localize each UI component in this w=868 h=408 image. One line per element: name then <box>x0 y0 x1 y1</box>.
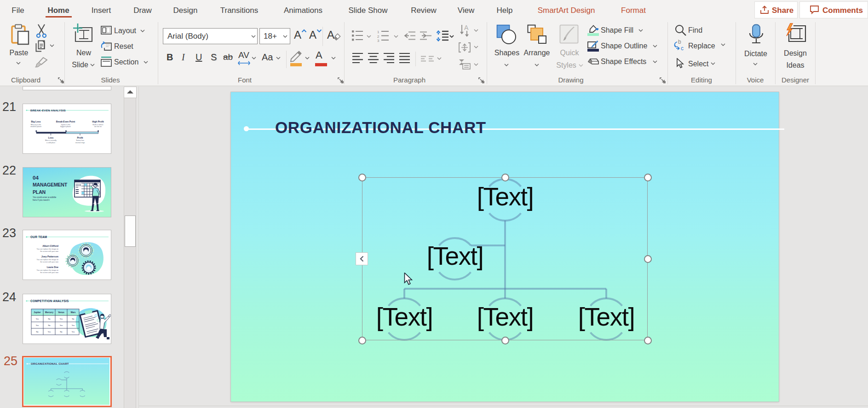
svg-text:2: 2 <box>377 35 379 39</box>
svg-text:here if you need it: here if you need it <box>33 199 50 201</box>
svg-text:Venus: Venus <box>58 311 64 314</box>
svg-text:several rings: several rings <box>75 142 85 144</box>
svg-text:3: 3 <box>377 39 379 42</box>
svg-text:Jupiter: Jupiter <box>34 311 41 314</box>
svg-text:b: b <box>678 39 681 45</box>
svg-text:04: 04 <box>33 175 39 181</box>
svg-text:biggest planet: biggest planet <box>60 126 70 128</box>
svg-text:Yes: Yes <box>36 318 39 320</box>
svg-text:we live on: we live on <box>94 126 102 128</box>
svg-text:PLAN: PLAN <box>33 189 46 195</box>
svg-text:No: No <box>36 331 39 333</box>
svg-text:Jupiter is the: Jupiter is the <box>61 124 70 126</box>
svg-text:No: No <box>48 318 51 320</box>
svg-text:Yes: Yes <box>60 318 63 320</box>
svg-text:A: A <box>464 24 469 31</box>
svg-text:Mercury: Mercury <box>45 311 53 314</box>
svg-text:BREAK-EVEN ANALYSIS: BREAK-EVEN ANALYSIS <box>30 109 66 112</box>
svg-text:the screen with your own: the screen with your own <box>40 272 58 274</box>
svg-text:High Profit: High Profit <box>92 120 104 123</box>
svg-text:Mercury is the: Mercury is the <box>31 124 41 126</box>
svg-text:Yes: Yes <box>72 331 75 333</box>
svg-text:ORGANIZATIONAL CHART: ORGANIZATIONAL CHART <box>31 362 69 365</box>
svg-text:Yes: Yes <box>36 324 39 326</box>
svg-text:You can replace the image on: You can replace the image on <box>37 259 58 261</box>
svg-text:the screen with your own: the screen with your own <box>40 251 58 252</box>
svg-text:Albert Clifford: Albert Clifford <box>42 245 58 247</box>
svg-text:Loss: Loss <box>48 136 54 139</box>
svg-text:Yes: Yes <box>60 324 63 326</box>
svg-text:Mars: Mars <box>71 311 76 314</box>
svg-text:smallest planet: smallest planet <box>30 126 41 128</box>
svg-text:1: 1 <box>377 30 379 34</box>
svg-text:No: No <box>48 324 51 326</box>
svg-text:Yes: Yes <box>48 331 51 333</box>
svg-text:the screen with your own: the screen with your own <box>40 261 58 263</box>
svg-text:OUR TEAM: OUR TEAM <box>30 235 47 239</box>
svg-text:Joey Patterson: Joey Patterson <box>41 255 58 258</box>
svg-text:Break-Even Point: Break-Even Point <box>56 120 75 123</box>
svg-text:You could enter a subtitle: You could enter a subtitle <box>33 196 57 198</box>
svg-text:You can replace the image on: You can replace the image on <box>37 248 58 250</box>
svg-text:Earth is where: Earth is where <box>93 124 103 126</box>
svg-text:a cold place: a cold place <box>46 142 55 144</box>
svg-text:You can replace the image on: You can replace the image on <box>37 269 58 271</box>
svg-text:Profit: Profit <box>77 136 83 139</box>
svg-text:Saturn has: Saturn has <box>76 140 84 141</box>
svg-text:c: c <box>681 45 684 51</box>
svg-text:No: No <box>60 331 63 333</box>
svg-text:Big Loss: Big Loss <box>31 120 40 123</box>
svg-text:COMPETITION ANALYSIS: COMPETITION ANALYSIS <box>30 299 69 303</box>
svg-text:Mars is actually: Mars is actually <box>45 140 57 141</box>
svg-text:No: No <box>72 318 75 320</box>
svg-text:Yes: Yes <box>72 324 75 326</box>
svg-text:Laura Doe: Laura Doe <box>47 266 58 268</box>
svg-text:MANAGEMENT: MANAGEMENT <box>33 182 68 187</box>
